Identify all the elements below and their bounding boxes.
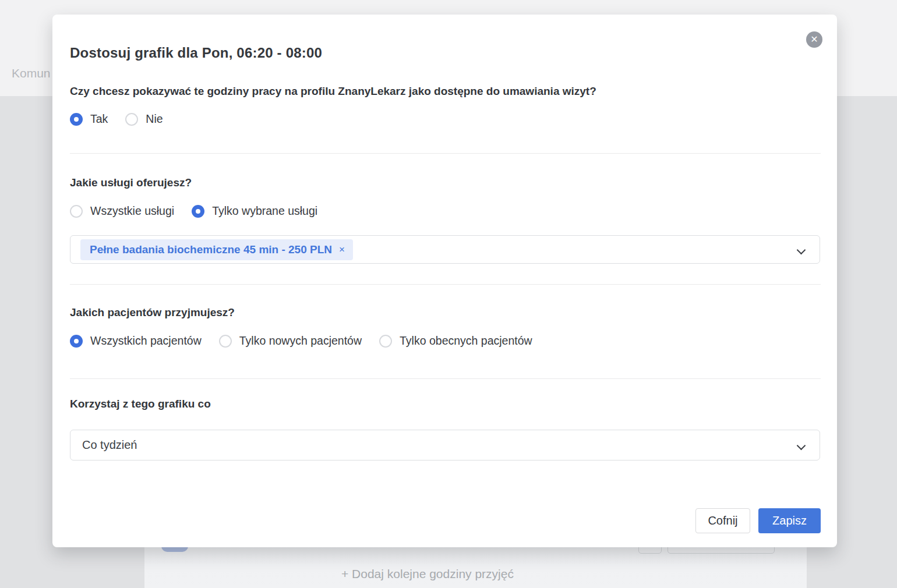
radio-group-services: Wszystkie usługi Tylko wybrane usługi bbox=[70, 204, 317, 218]
close-icon[interactable]: ✕ bbox=[806, 31, 822, 48]
save-button[interactable]: Zapisz bbox=[758, 508, 821, 533]
radio-option-all-services[interactable]: Wszystkie usługi bbox=[70, 204, 174, 218]
radio-selected-icon bbox=[70, 113, 83, 126]
radio-label: Wszystkie usługi bbox=[90, 204, 174, 218]
selected-service-tag: Pełne badania biochemiczne 45 min - 250 … bbox=[80, 239, 353, 260]
recurrence-select[interactable]: Co tydzień bbox=[70, 430, 820, 461]
radio-label: Tylko nowych pacjentów bbox=[239, 334, 362, 348]
radio-label: Wszystkich pacjentów bbox=[90, 334, 202, 348]
question-visibility: Czy chcesz pokazywać te godziny pracy na… bbox=[70, 85, 820, 98]
back-button[interactable]: Cofnij bbox=[695, 508, 750, 533]
question-patients: Jakich pacjentów przyjmujesz? bbox=[70, 306, 820, 319]
radio-unselected-icon bbox=[379, 335, 392, 348]
radio-label: Tak bbox=[90, 112, 108, 126]
section-divider bbox=[70, 378, 821, 379]
add-more-hours-link[interactable]: + Dodaj kolejne godziny przyjęć bbox=[341, 567, 514, 581]
radio-option-all-patients[interactable]: Wszystkich pacjentów bbox=[70, 334, 202, 348]
chevron-down-icon bbox=[798, 441, 806, 449]
modal-title: Dostosuj grafik dla Pon, 06:20 - 08:00 bbox=[70, 45, 322, 61]
radio-label: Nie bbox=[146, 112, 163, 126]
services-multiselect[interactable]: Pełne badania biochemiczne 45 min - 250 … bbox=[70, 235, 820, 264]
radio-group-patients: Wszystkich pacjentów Tylko nowych pacjen… bbox=[70, 334, 532, 348]
radio-option-current-patients[interactable]: Tylko obecnych pacjentów bbox=[379, 334, 532, 348]
radio-unselected-icon bbox=[70, 205, 83, 218]
radio-unselected-icon bbox=[125, 113, 138, 126]
modal-footer: Cofnij Zapisz bbox=[695, 508, 821, 533]
question-recurrence: Korzystaj z tego grafiku co bbox=[70, 398, 820, 410]
radio-option-selected-services[interactable]: Tylko wybrane usługi bbox=[192, 204, 317, 218]
tag-remove-icon[interactable]: × bbox=[339, 245, 345, 254]
radio-option-tak[interactable]: Tak bbox=[70, 112, 108, 126]
radio-label: Tylko wybrane usługi bbox=[212, 204, 317, 218]
radio-option-new-patients[interactable]: Tylko nowych pacjentów bbox=[219, 334, 362, 348]
chevron-down-icon bbox=[798, 246, 806, 253]
question-services: Jakie usługi oferujesz? bbox=[70, 176, 820, 189]
section-divider bbox=[70, 284, 821, 285]
selected-service-tag-label: Pełne badania biochemiczne 45 min - 250 … bbox=[90, 243, 332, 256]
background-nav-label: Komun bbox=[12, 66, 51, 80]
radio-selected-icon bbox=[70, 335, 83, 348]
radio-unselected-icon bbox=[219, 335, 232, 348]
section-divider bbox=[70, 153, 821, 154]
recurrence-select-value: Co tydzień bbox=[82, 438, 137, 452]
radio-selected-icon bbox=[192, 205, 204, 218]
adjust-schedule-modal: Dostosuj grafik dla Pon, 06:20 - 08:00 ✕… bbox=[52, 15, 837, 547]
radio-label: Tylko obecnych pacjentów bbox=[400, 334, 532, 348]
radio-group-visibility: Tak Nie bbox=[70, 112, 163, 126]
radio-option-nie[interactable]: Nie bbox=[125, 112, 163, 126]
